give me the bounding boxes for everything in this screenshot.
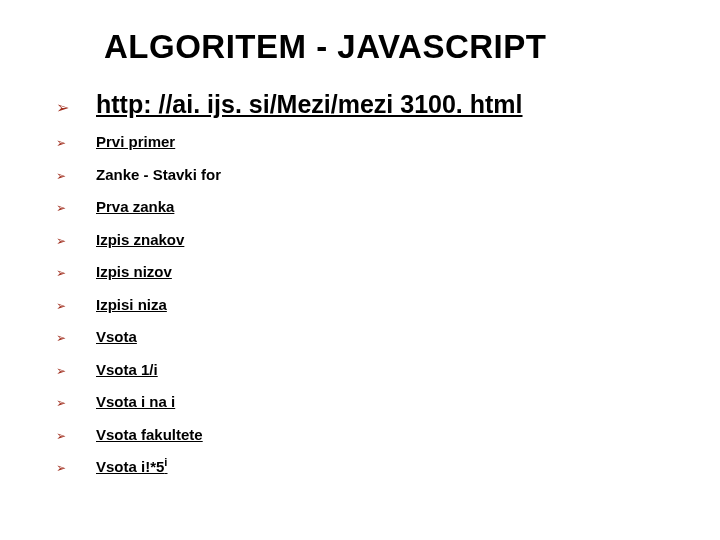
superscript: i: [164, 456, 167, 468]
bullet-icon: ➢: [50, 136, 96, 150]
link-text[interactable]: Prvi primer: [96, 128, 175, 157]
bullet-item: ➢Zanke - Stavki for: [50, 161, 670, 190]
bullet-icon: ➢: [50, 98, 96, 117]
bullet-icon: ➢: [50, 169, 96, 183]
link-text[interactable]: Prva zanka: [96, 193, 174, 222]
bullet-item: ➢Vsota fakultete: [50, 421, 670, 450]
slide: ALGORITEM - JAVASCRIPT ➢http: //ai. ijs.…: [0, 0, 720, 540]
bullet-item: ➢Prvi primer: [50, 128, 670, 157]
bullet-item: ➢Prva zanka: [50, 193, 670, 222]
link-text[interactable]: Vsota fakultete: [96, 421, 203, 450]
bullet-list: ➢http: //ai. ijs. si/Mezi/mezi 3100. htm…: [50, 84, 670, 482]
bullet-icon: ➢: [50, 331, 96, 345]
link-text[interactable]: Vsota 1/i: [96, 356, 158, 385]
bullet-item: ➢Izpis nizov: [50, 258, 670, 287]
bullet-item: ➢Vsota 1/i: [50, 356, 670, 385]
bullet-icon: ➢: [50, 299, 96, 313]
bullet-item: ➢Vsota: [50, 323, 670, 352]
bullet-item: ➢Izpisi niza: [50, 291, 670, 320]
link-text[interactable]: Vsota: [96, 323, 137, 352]
link-text[interactable]: Vsota i!*5i: [96, 453, 168, 482]
bullet-icon: ➢: [50, 429, 96, 443]
link-text[interactable]: http: //ai. ijs. si/Mezi/mezi 3100. html: [96, 84, 523, 124]
bullet-icon: ➢: [50, 364, 96, 378]
bullet-icon: ➢: [50, 461, 96, 475]
bullet-icon: ➢: [50, 266, 96, 280]
link-text[interactable]: Izpisi niza: [96, 291, 167, 320]
bullet-icon: ➢: [50, 234, 96, 248]
bullet-icon: ➢: [50, 396, 96, 410]
bullet-item: ➢Vsota i na i: [50, 388, 670, 417]
bullet-item: ➢http: //ai. ijs. si/Mezi/mezi 3100. htm…: [50, 84, 670, 124]
bullet-icon: ➢: [50, 201, 96, 215]
bullet-item: ➢Izpis znakov: [50, 226, 670, 255]
page-title: ALGORITEM - JAVASCRIPT: [104, 28, 670, 66]
link-text[interactable]: Vsota i na i: [96, 388, 175, 417]
static-text: Zanke - Stavki for: [96, 161, 221, 190]
link-text[interactable]: Izpis znakov: [96, 226, 184, 255]
bullet-item: ➢Vsota i!*5i: [50, 453, 670, 482]
link-text[interactable]: Izpis nizov: [96, 258, 172, 287]
